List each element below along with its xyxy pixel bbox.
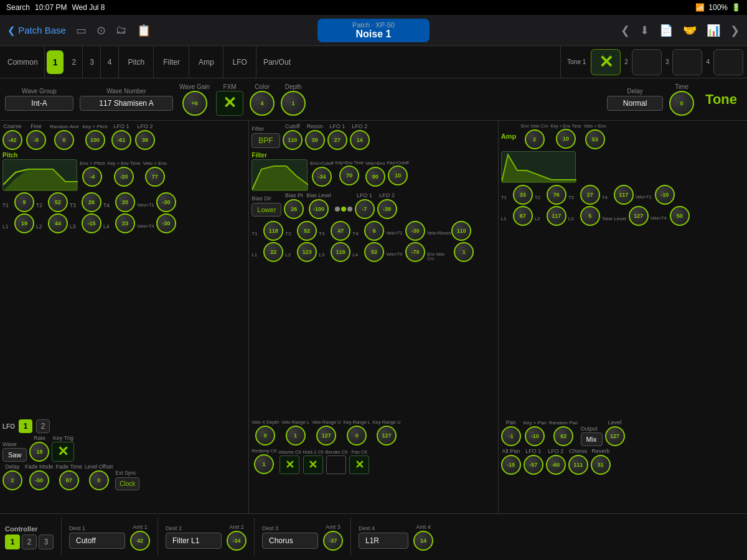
velo-env-knob[interactable]: 77	[145, 167, 165, 187]
filter-env-velo-crv-knob[interactable]: 1	[454, 242, 474, 262]
filter-l1-knob[interactable]: 22	[263, 242, 283, 262]
amt2-knob[interactable]: -34	[227, 531, 247, 551]
level-knob[interactable]: 127	[605, 426, 625, 446]
velo-env-f-knob[interactable]: 90	[365, 167, 385, 187]
velo-x-depth-knob[interactable]: 0	[255, 426, 275, 446]
back-button[interactable]: ❮ Patch Base	[7, 25, 66, 36]
wave-group-value[interactable]: Int-A	[5, 96, 73, 111]
tab-amp[interactable]: Amp	[190, 46, 223, 78]
filter-bias-lfo1-knob[interactable]: -7	[355, 199, 375, 219]
pitch-t2-knob[interactable]: 52	[48, 192, 68, 212]
amp-key-env-time-knob[interactable]: 10	[556, 129, 576, 149]
lfo-fade-time-knob[interactable]: 87	[59, 470, 79, 490]
pitch-t3-knob[interactable]: 26	[82, 192, 101, 212]
reson-knob[interactable]: 30	[305, 130, 325, 150]
velo-range-l-knob[interactable]: 1	[286, 426, 306, 446]
fxm-x[interactable]: ✕	[216, 91, 243, 116]
lfo-delay-knob[interactable]: 2	[2, 470, 22, 490]
nav-icon-3[interactable]: 🗂	[116, 24, 127, 37]
filter-velo-reson-knob[interactable]: 110	[451, 221, 471, 241]
filter-l3-knob[interactable]: 116	[331, 242, 350, 262]
tone-tab-4[interactable]	[713, 49, 743, 75]
bender-ctl-x[interactable]	[326, 455, 346, 474]
filter-type-btn[interactable]: BPF	[251, 133, 280, 148]
lfo-tab-2[interactable]: 2	[36, 419, 50, 433]
chorus-knob[interactable]: 111	[568, 455, 588, 475]
lfo-ext-sync-btn[interactable]: Clock	[115, 477, 139, 490]
output-btn[interactable]: Mix	[581, 432, 603, 446]
filter-velo-t4-knob[interactable]: -70	[405, 242, 425, 262]
tab-4[interactable]: 4	[101, 46, 119, 78]
filter-l2-knob[interactable]: 123	[297, 242, 317, 262]
lfo-key-trig-x[interactable]: ✕	[52, 442, 74, 462]
env-pitch-knob[interactable]: -4	[82, 167, 102, 187]
amp-l3-knob[interactable]: 5	[580, 206, 600, 226]
volume-ctl-x[interactable]: ✕	[280, 455, 299, 474]
pitch-velo-t4-knob[interactable]: -30	[156, 213, 176, 233]
ctrl-tab-2[interactable]: 2	[22, 534, 37, 549]
tab-common[interactable]: Common	[1, 46, 45, 78]
amp-t3-knob[interactable]: 27	[580, 185, 600, 205]
hold-ctl-x[interactable]: ✕	[303, 455, 323, 474]
amp-l1-knob[interactable]: 67	[513, 206, 533, 226]
pitch-l2-knob[interactable]: 44	[48, 213, 68, 233]
pan-ctl-x[interactable]: ✕	[349, 455, 369, 474]
nav-next-icon[interactable]: ❯	[730, 24, 740, 37]
ctrl-tab-1[interactable]: 1	[5, 534, 20, 549]
reverb-knob[interactable]: 31	[591, 455, 611, 475]
filter-bias-lfo2-knob[interactable]: -38	[377, 199, 397, 219]
pan-lfo2-knob[interactable]: -60	[546, 455, 566, 475]
key-range-l-knob[interactable]: 0	[347, 426, 367, 446]
nav-prev-icon[interactable]: ❮	[621, 24, 630, 37]
tab-panout[interactable]: Pan/Out	[257, 46, 297, 78]
pitch-l1-knob[interactable]: 19	[14, 213, 34, 233]
lfo-fade-mode-knob[interactable]: -50	[29, 470, 49, 490]
amt4-knob[interactable]: 14	[413, 531, 433, 551]
nav-compare-icon[interactable]: 📊	[707, 24, 720, 37]
tab-2[interactable]: 2	[65, 46, 83, 78]
tab-3[interactable]: 3	[83, 46, 101, 78]
alt-pan-knob[interactable]: -15	[501, 455, 521, 475]
amp-t2-knob[interactable]: 76	[547, 185, 566, 205]
delay-value[interactable]: Normal	[607, 96, 663, 111]
fine-knob[interactable]: -8	[26, 130, 46, 150]
tone-tab-3[interactable]	[672, 49, 702, 75]
lfo-level-offset-knob[interactable]: 0	[89, 470, 109, 490]
dest3-btn[interactable]: Chorus	[262, 533, 318, 549]
pan-lfo1-knob[interactable]: -57	[524, 455, 543, 475]
filter-velo-t1-knob[interactable]: -30	[405, 221, 425, 241]
cutoff-knob[interactable]: 110	[283, 130, 303, 150]
filter-t4-knob[interactable]: 6	[364, 221, 384, 241]
filter-l4-knob[interactable]: 52	[364, 242, 384, 262]
amt1-knob[interactable]: 42	[130, 531, 150, 551]
wave-number-value[interactable]: 117 Shamisen A	[80, 96, 173, 111]
filter-t1-knob[interactable]: 118	[263, 221, 283, 241]
pitch-t4-knob[interactable]: 20	[115, 192, 135, 212]
nav-icon-4[interactable]: 📋	[137, 24, 151, 37]
time-knob[interactable]: 0	[669, 91, 694, 116]
random-pan-knob[interactable]: 62	[553, 426, 573, 446]
tone-tab-2[interactable]	[632, 49, 662, 75]
amp-env-velo-crv-knob[interactable]: 2	[525, 129, 545, 149]
random-amt-knob[interactable]: 0	[54, 130, 74, 150]
pitch-lfo2-knob[interactable]: 39	[135, 130, 155, 150]
key-env-time-f-knob[interactable]: 70	[339, 166, 359, 185]
velo-range-u-knob[interactable]: 127	[316, 426, 336, 446]
tab-1[interactable]: 1	[47, 50, 64, 74]
nav-copy-icon[interactable]: 📄	[659, 24, 673, 37]
color-knob[interactable]: 4	[250, 91, 275, 116]
key-pitch-knob[interactable]: 100	[85, 130, 105, 150]
lfo-rate-knob[interactable]: 18	[29, 442, 49, 462]
ctrl-tab-3[interactable]: 3	[39, 534, 54, 549]
key-cutoff-knob[interactable]: 10	[388, 166, 408, 185]
depth-knob[interactable]: 1	[281, 91, 306, 116]
dest2-btn[interactable]: Filter L1	[166, 533, 222, 549]
pitch-l4-knob[interactable]: 23	[115, 213, 135, 233]
tone-tab-1[interactable]: ✕	[591, 49, 621, 75]
pan-knob[interactable]: -1	[501, 426, 521, 446]
redamp-knob[interactable]: 1	[254, 454, 274, 474]
nav-share-icon[interactable]: 🤝	[683, 24, 697, 37]
lfo-tab-1[interactable]: 1	[19, 419, 32, 433]
amt3-knob[interactable]: -37	[323, 531, 343, 551]
filter-lfo1-knob[interactable]: 27	[327, 130, 347, 150]
